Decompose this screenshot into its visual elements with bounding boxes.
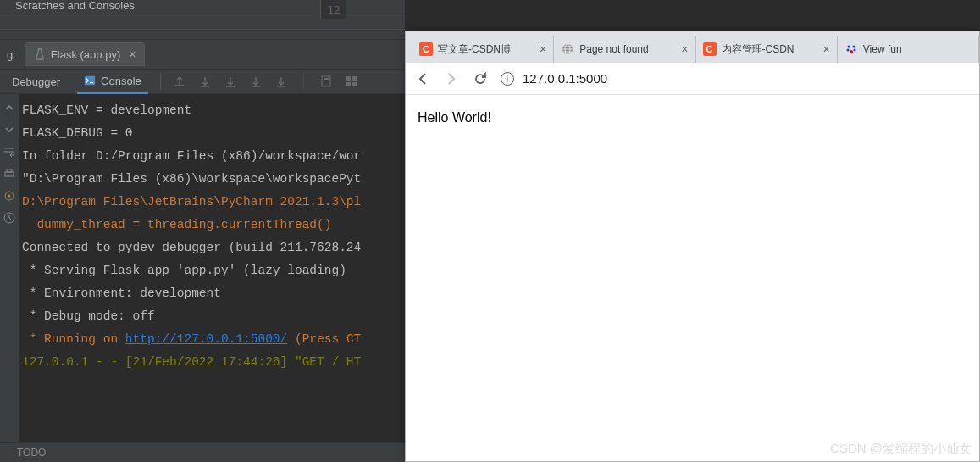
svg-point-18 [853, 49, 855, 52]
tab-label: Page not found [579, 43, 676, 55]
divider [303, 73, 304, 90]
baidu-favicon [844, 42, 858, 56]
console-area: FLASK_ENV = development FLASK_DEBUG = 0 … [0, 94, 405, 442]
url-field[interactable]: i 127.0.0.1:5000 [501, 71, 971, 86]
svg-rect-7 [352, 82, 357, 86]
run-config-tab[interactable]: Flask (app.py) × [25, 42, 146, 66]
print-icon[interactable] [3, 167, 16, 181]
close-icon[interactable]: × [129, 47, 136, 61]
console-tab-label: Console [101, 75, 141, 87]
console-toolbar [173, 73, 358, 90]
svg-point-0 [37, 50, 39, 52]
tab-label: 写文章-CSDN博 [438, 42, 534, 57]
line-number: 12 [327, 3, 341, 16]
grid-icon[interactable] [345, 75, 358, 88]
server-url-link[interactable]: http://127.0.0.1:5000/ [125, 332, 287, 346]
ide-pane: Scratches and Consoles 12 g: Flask (app.… [0, 0, 405, 462]
wrap-icon[interactable] [3, 145, 16, 159]
info-icon[interactable]: i [501, 72, 514, 86]
browser-tab[interactable]: Page not found × [554, 36, 695, 63]
svg-rect-3 [324, 78, 329, 80]
debug-toolbar: Debugger Console [0, 69, 405, 94]
forward-button[interactable] [443, 70, 460, 87]
down-icon[interactable] [3, 123, 16, 136]
bottom-bar: TODO [0, 442, 405, 462]
download-icon[interactable] [274, 75, 288, 88]
svg-point-16 [852, 46, 855, 48]
address-bar: i 127.0.0.1:5000 [406, 63, 979, 95]
tab-label: 内容管理-CSDN [722, 42, 818, 57]
svg-rect-5 [352, 76, 357, 81]
hello-text: Hello World! [418, 110, 491, 125]
calculator-icon[interactable] [319, 75, 333, 88]
reload-button[interactable] [472, 70, 489, 87]
download-icon[interactable] [198, 75, 212, 88]
browser-tab[interactable]: C 内容管理-CSDN × [696, 36, 838, 63]
download-icon[interactable] [224, 75, 237, 88]
debugger-tab[interactable]: Debugger [3, 70, 69, 93]
svg-rect-8 [5, 172, 14, 176]
console-icon [84, 75, 96, 86]
csdn-favicon: C [703, 42, 717, 56]
todo-label[interactable]: TODO [17, 447, 46, 459]
url-text: 127.0.0.1:5000 [523, 71, 607, 86]
folder-divider [0, 19, 405, 40]
csdn-favicon: C [419, 42, 433, 56]
browser-tab[interactable]: C 写文章-CSDN博 × [412, 36, 554, 63]
console-tab[interactable]: Console [77, 70, 148, 94]
divider [160, 73, 161, 90]
svg-point-11 [8, 195, 11, 198]
svg-rect-1 [85, 76, 95, 86]
svg-rect-4 [346, 76, 351, 81]
browser-tab[interactable]: View fun [838, 36, 979, 63]
watermark: CSDN @爱编程的小仙女 [830, 441, 972, 457]
arrow-right-icon [444, 71, 459, 86]
close-icon[interactable]: × [681, 42, 688, 56]
reload-icon [473, 71, 488, 86]
settings-icon[interactable] [3, 189, 16, 203]
close-icon[interactable]: × [540, 42, 546, 56]
side-icons [0, 94, 19, 442]
svg-point-17 [846, 49, 849, 52]
svg-rect-2 [322, 76, 330, 86]
close-icon[interactable]: × [823, 42, 830, 56]
run-label: g: [7, 48, 16, 61]
svg-rect-9 [7, 170, 12, 172]
svg-point-15 [847, 46, 850, 48]
run-tab-bar: g: Flask (app.py) × [0, 40, 405, 69]
browser-window: C 写文章-CSDN博 × Page not found × C 内容管理-CS… [405, 31, 980, 462]
arrow-left-icon [415, 71, 430, 86]
globe-favicon [561, 42, 574, 56]
clock-icon[interactable] [3, 211, 16, 225]
tab-label: View fun [863, 43, 972, 55]
run-tab-label: Flask (app.py) [51, 48, 120, 61]
page-content: Hello World! [406, 95, 979, 141]
back-button[interactable] [414, 70, 431, 87]
browser-tabs: C 写文章-CSDN博 × Page not found × C 内容管理-CS… [406, 31, 979, 63]
flask-icon [34, 48, 46, 60]
svg-rect-6 [346, 82, 351, 86]
download-icon[interactable] [249, 75, 263, 88]
console-output[interactable]: FLASK_ENV = development FLASK_DEBUG = 0 … [19, 94, 405, 442]
up-icon[interactable] [3, 101, 16, 114]
export-icon[interactable] [173, 75, 186, 88]
